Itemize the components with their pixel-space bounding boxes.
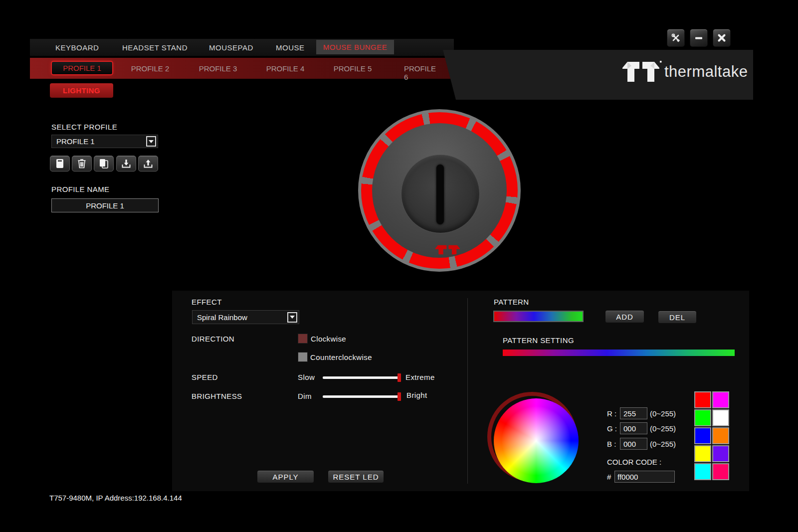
brand-header: thermaltake bbox=[439, 50, 753, 100]
swatch-magenta[interactable] bbox=[712, 391, 729, 408]
chevron-down-icon[interactable] bbox=[287, 312, 297, 323]
profile-copy-button[interactable] bbox=[94, 156, 114, 172]
pattern-setting-gradient-bar[interactable] bbox=[503, 350, 735, 356]
profile-save-button[interactable] bbox=[50, 156, 70, 172]
brightness-max-label: Bright bbox=[406, 391, 427, 399]
tools-icon bbox=[671, 33, 681, 43]
b-range-label: (0~255) bbox=[650, 440, 676, 448]
del-pattern-button[interactable]: DEL bbox=[658, 311, 697, 324]
speed-slider-track[interactable] bbox=[323, 376, 399, 379]
swatch-yellow[interactable] bbox=[694, 445, 711, 462]
pattern-label: PATTERN bbox=[494, 298, 529, 306]
bungee-tt-logo bbox=[433, 244, 462, 256]
clockwise-checkbox[interactable] bbox=[298, 334, 308, 344]
color-wheel[interactable] bbox=[494, 398, 579, 483]
profile-import-button[interactable] bbox=[116, 156, 136, 172]
tab-keyboard[interactable]: KEYBOARD bbox=[55, 43, 99, 52]
profile-tab-6[interactable]: PROFILE 6 bbox=[404, 64, 436, 81]
profile-tab-3[interactable]: PROFILE 3 bbox=[199, 64, 237, 73]
direction-label: DIRECTION bbox=[192, 335, 234, 343]
bungee-cable-slot bbox=[436, 165, 444, 224]
swatch-cyan[interactable] bbox=[694, 463, 711, 480]
profile-name-input[interactable] bbox=[51, 198, 159, 212]
tab-lighting[interactable]: LIGHTING bbox=[50, 83, 113, 98]
profile-delete-button[interactable] bbox=[72, 156, 92, 172]
brightness-slider-handle[interactable] bbox=[398, 392, 401, 401]
profile-name-label: PROFILE NAME bbox=[51, 185, 110, 193]
g-label: G : bbox=[607, 424, 617, 433]
profile-tab-2[interactable]: PROFILE 2 bbox=[131, 64, 170, 73]
swatch-red[interactable] bbox=[694, 391, 711, 408]
panel-divider bbox=[467, 298, 468, 484]
profile-tab-5[interactable]: PROFILE 5 bbox=[334, 64, 372, 73]
pattern-gradient-swatch[interactable] bbox=[493, 311, 584, 322]
reset-led-button[interactable]: RESET LED bbox=[328, 470, 384, 483]
brightness-label: BRIGHTNESS bbox=[192, 392, 242, 400]
speed-slider-handle[interactable] bbox=[398, 373, 401, 382]
minimize-button[interactable] bbox=[690, 29, 708, 47]
brand-name: thermaltake bbox=[664, 63, 748, 81]
speed-label: SPEED bbox=[192, 373, 218, 381]
chevron-down-icon[interactable] bbox=[146, 136, 156, 147]
app-window: KEYBOARD HEADSET STAND MOUSEPAD MOUSE MO… bbox=[0, 0, 798, 532]
tab-mouse-bungee-active[interactable]: MOUSE BUNGEE bbox=[316, 40, 394, 54]
upload-icon bbox=[143, 159, 153, 169]
trash-icon bbox=[77, 159, 86, 169]
swatch-white[interactable] bbox=[712, 409, 729, 426]
speed-min-label: Slow bbox=[298, 373, 315, 381]
add-pattern-button[interactable]: ADD bbox=[605, 310, 644, 323]
brightness-min-label: Dim bbox=[298, 392, 312, 400]
status-device-info: T757-9480M, IP Address:192.168.4.144 bbox=[49, 494, 182, 502]
profile-select-dropdown[interactable]: PROFILE 1 bbox=[51, 135, 158, 148]
close-icon bbox=[717, 33, 727, 43]
effect-label: EFFECT bbox=[192, 298, 222, 306]
counterclockwise-label: Counterclockwise bbox=[310, 353, 372, 361]
swatch-purple[interactable] bbox=[712, 445, 729, 462]
thermaltake-logo-icon bbox=[620, 60, 662, 88]
hash-label: # bbox=[607, 473, 611, 481]
r-input[interactable] bbox=[620, 407, 647, 419]
profile-tabbar: PROFILE 1 PROFILE 2 PROFILE 3 PROFILE 4 … bbox=[30, 58, 451, 79]
counterclockwise-checkbox[interactable] bbox=[298, 352, 308, 362]
color-code-label: COLOR CODE : bbox=[607, 458, 661, 466]
minimize-icon bbox=[694, 33, 704, 43]
pattern-setting-label: PATTERN SETTING bbox=[503, 336, 574, 345]
apply-button[interactable]: APPLY bbox=[257, 470, 314, 483]
g-input[interactable] bbox=[620, 422, 647, 434]
swatch-pink[interactable] bbox=[712, 463, 729, 480]
color-code-input[interactable] bbox=[614, 471, 675, 483]
profile-export-button[interactable] bbox=[138, 156, 158, 172]
copy-icon bbox=[99, 159, 109, 169]
settings-tools-button[interactable] bbox=[667, 29, 685, 47]
b-input[interactable] bbox=[620, 438, 647, 450]
device-tabstrip: KEYBOARD HEADSET STAND MOUSEPAD MOUSE MO… bbox=[30, 39, 454, 56]
profile-select-value: PROFILE 1 bbox=[52, 137, 146, 146]
b-label: B : bbox=[607, 440, 616, 448]
r-label: R : bbox=[607, 409, 616, 418]
g-range-label: (0~255) bbox=[650, 424, 676, 433]
brightness-slider-track[interactable] bbox=[323, 395, 399, 398]
document-icon bbox=[55, 159, 64, 169]
tab-mousepad[interactable]: MOUSEPAD bbox=[209, 43, 253, 52]
effect-value: Spiral Rainbow bbox=[193, 313, 287, 322]
r-range-label: (0~255) bbox=[650, 409, 676, 418]
tab-headset-stand[interactable]: HEADSET STAND bbox=[122, 43, 188, 52]
profile-tab-1-active[interactable]: PROFILE 1 bbox=[51, 61, 113, 75]
close-button[interactable] bbox=[713, 29, 731, 47]
clockwise-label: Clockwise bbox=[311, 335, 346, 343]
profile-tab-4[interactable]: PROFILE 4 bbox=[266, 64, 305, 73]
tab-mouse[interactable]: MOUSE bbox=[276, 43, 305, 52]
effect-dropdown[interactable]: Spiral Rainbow bbox=[192, 310, 299, 324]
download-icon bbox=[121, 159, 131, 169]
speed-max-label: Extreme bbox=[405, 373, 435, 381]
swatch-green[interactable] bbox=[694, 409, 711, 426]
swatch-orange[interactable] bbox=[712, 427, 729, 444]
select-profile-label: SELECT PROFILE bbox=[51, 123, 117, 131]
lighting-settings-panel: EFFECT Spiral Rainbow DIRECTION Clockwis… bbox=[172, 291, 749, 491]
swatch-blue[interactable] bbox=[694, 427, 711, 444]
